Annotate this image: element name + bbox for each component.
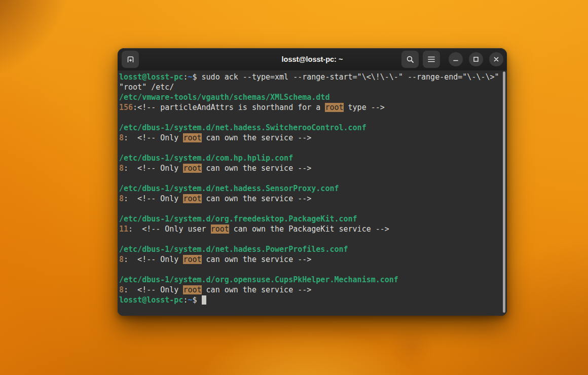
text-segment: type --> (344, 103, 385, 112)
file-path: /etc/vmware-tools/vgauth/schemas/XMLSche… (119, 93, 329, 102)
terminal-line (119, 113, 502, 123)
new-tab-icon (126, 55, 135, 64)
terminal-line (119, 234, 502, 244)
match-highlight: root (211, 224, 229, 234)
match-highlight: root (183, 194, 201, 203)
text-segment: : <!-- Only (124, 255, 183, 264)
terminal-line (119, 173, 502, 183)
text-segment: losst@losst-pc (119, 72, 183, 82)
text-segment: ~ (188, 295, 192, 305)
terminal-line: 8: <!-- Only root can own the service --… (119, 194, 502, 204)
match-highlight: root (183, 255, 201, 264)
terminal-output: losst@losst-pc:~$ sudo ack --type=xml --… (119, 72, 502, 305)
terminal-line: /etc/dbus-1/system.d/com.hp.hplip.conf (119, 153, 502, 163)
match-highlight: root (183, 285, 201, 294)
search-button[interactable] (401, 51, 419, 68)
line-number: 11 (119, 224, 128, 234)
text-segment: can own the PackageKit service --> (229, 224, 389, 234)
match-highlight: root (183, 164, 201, 173)
terminal-line: 8: <!-- Only root can own the service --… (119, 254, 502, 265)
terminal-line: losst@losst-pc:~$ sudo ack --type=xml --… (119, 72, 502, 82)
terminal-line: "root" /etc/ (119, 82, 502, 92)
file-path: /etc/dbus-1/system.d/com.hp.hplip.conf (119, 154, 293, 163)
match-highlight: root (325, 103, 343, 112)
text-segment: $ sudo ack --type=xml --range-start="\<\… (193, 72, 504, 82)
file-path: /etc/dbus-1/system.d/net.hadess.PowerPro… (119, 245, 348, 254)
menu-button[interactable] (423, 51, 440, 68)
file-path: /etc/dbus-1/system.d/net.hadess.Switcher… (119, 123, 366, 132)
text-segment: : <!-- Only user (128, 224, 211, 234)
close-icon (493, 56, 499, 62)
terminal-line: /etc/dbus-1/system.d/net.hadess.PowerPro… (119, 244, 502, 254)
minimize-icon (453, 56, 459, 62)
text-segment: can own the service --> (202, 255, 312, 264)
maximize-icon (473, 56, 479, 62)
text-segment: $ (193, 295, 202, 305)
terminal-line: /etc/vmware-tools/vgauth/schemas/XMLSche… (119, 92, 502, 102)
terminal-line: 11: <!-- Only user root can own the Pack… (119, 224, 502, 234)
maximize-button[interactable] (469, 52, 483, 66)
terminal-line: /etc/dbus-1/system.d/net.hadess.SensorPr… (119, 183, 502, 194)
header-bar[interactable]: losst@losst-pc: ~ (118, 48, 507, 70)
file-path: /etc/dbus-1/system.d/org.freedesktop.Pac… (119, 214, 357, 223)
terminal-line (119, 143, 502, 153)
terminal-line: /etc/dbus-1/system.d/org.opensuse.CupsPk… (119, 275, 502, 285)
text-segment: : <!-- Only (124, 285, 183, 294)
line-number: 8 (119, 285, 124, 294)
text-segment: : <!-- Only (124, 164, 183, 173)
terminal-line (119, 265, 502, 275)
menu-icon (427, 56, 435, 63)
line-number: 8 (119, 194, 124, 203)
terminal-line (119, 204, 502, 214)
text-segment: can own the service --> (202, 164, 312, 173)
desktop-wallpaper: losst@losst-pc: ~ (0, 0, 588, 375)
terminal-line: /etc/dbus-1/system.d/org.freedesktop.Pac… (119, 214, 502, 224)
line-number: 156 (119, 103, 133, 112)
match-highlight: root (183, 133, 201, 142)
file-path: /etc/dbus-1/system.d/org.opensuse.CupsPk… (119, 275, 398, 284)
new-tab-button[interactable] (122, 51, 139, 68)
text-segment: : <!-- Only (124, 194, 183, 203)
terminal-line: 156:<!-- particleAndAttrs is shorthand f… (119, 102, 502, 113)
text-segment: can own the service --> (202, 285, 312, 294)
terminal-window: losst@losst-pc: ~ (118, 48, 507, 316)
terminal-line: losst@losst-pc:~$ (119, 295, 502, 305)
text-segment: can own the service --> (202, 133, 312, 142)
terminal-line: 8: <!-- Only root can own the service --… (119, 163, 502, 173)
text-segment: : <!-- Only (124, 133, 183, 142)
text-segment: :<!-- particleAndAttrs is shorthand for … (133, 103, 325, 112)
text-segment: ~ (188, 72, 192, 82)
terminal-screen[interactable]: losst@losst-pc:~$ sudo ack --type=xml --… (118, 70, 507, 316)
terminal-line: /etc/dbus-1/system.d/net.hadess.Switcher… (119, 123, 502, 133)
text-segment: "root" /etc/ (119, 83, 174, 92)
terminal-line: 8: <!-- Only root can own the service --… (119, 133, 502, 143)
line-number: 8 (119, 255, 124, 264)
text-segment: can own the service --> (202, 194, 312, 203)
cursor-block (202, 295, 206, 305)
line-number: 8 (119, 133, 124, 142)
file-path: /etc/dbus-1/system.d/net.hadess.SensorPr… (119, 184, 339, 193)
search-icon (406, 55, 415, 64)
terminal-line: 8: <!-- Only root can own the service --… (119, 285, 502, 295)
line-number: 8 (119, 164, 124, 173)
text-segment: losst@losst-pc (119, 295, 183, 305)
scrollbar[interactable] (503, 71, 505, 313)
close-button[interactable] (489, 52, 503, 66)
minimize-button[interactable] (449, 52, 463, 66)
